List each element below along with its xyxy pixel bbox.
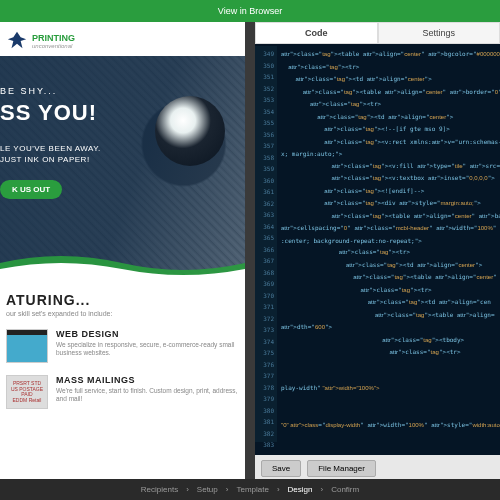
featuring-section: ATURING... our skill set's expanded to i…: [0, 276, 245, 419]
wave-divider: [0, 249, 245, 276]
logo: PRINTING unconventional: [0, 22, 245, 56]
feature-item: PRSRT STD US POSTAGE PAID EDDM Retail MA…: [6, 375, 239, 409]
logo-line1: PRINTING: [32, 34, 75, 43]
leaf-icon: [6, 30, 28, 52]
feature-item: WEB DESIGN We specialize in responsive, …: [6, 329, 239, 363]
feature-title: MASS MAILINGS: [56, 375, 239, 385]
view-in-browser-link[interactable]: View in Browser: [0, 0, 500, 22]
featuring-tagline: our skill set's expanded to include:: [6, 310, 239, 317]
featuring-heading: ATURING...: [6, 292, 239, 308]
hero-shy: BE SHY...: [0, 86, 245, 96]
tabs: Code Settings: [255, 22, 500, 44]
bottom-toolbar: Save File Manager: [255, 455, 500, 482]
cta-button[interactable]: K US OUT: [0, 180, 62, 199]
email-preview: PRINTING unconventional BE SHY... SS YOU…: [0, 22, 245, 482]
main-area: PRINTING unconventional BE SHY... SS YOU…: [0, 22, 500, 482]
breadcrumb-step[interactable]: Setup: [197, 485, 218, 494]
tab-code[interactable]: Code: [255, 22, 378, 44]
breadcrumb-step[interactable]: Design: [288, 485, 313, 494]
save-button[interactable]: Save: [261, 460, 301, 477]
logo-line2: unconventional: [32, 43, 75, 49]
feature-desc: We specialize in responsive, secure, e-c…: [56, 341, 239, 358]
thumb-mail: PRSRT STD US POSTAGE PAID EDDM Retail: [6, 375, 48, 409]
feature-title: WEB DESIGN: [56, 329, 239, 339]
hero-sub1: LE YOU'VE BEEN AWAY.: [0, 144, 245, 153]
breadcrumb: Recipients›Setup›Template›Design›Confirm: [0, 479, 500, 500]
breadcrumb-step[interactable]: Confirm: [331, 485, 359, 494]
code-panel: Code Settings 349 350 351 352 353 354 35…: [255, 22, 500, 482]
breadcrumb-step[interactable]: Recipients: [141, 485, 178, 494]
hero-sub2: JUST INK ON PAPER!: [0, 155, 245, 164]
breadcrumb-step[interactable]: Template: [236, 485, 268, 494]
code-editor[interactable]: attr">class="tag"><table attr">align="ce…: [277, 46, 500, 442]
thumb-web: [6, 329, 48, 363]
tab-settings[interactable]: Settings: [378, 22, 501, 44]
hero-headline: SS YOU!: [0, 100, 245, 126]
file-manager-button[interactable]: File Manager: [307, 460, 376, 477]
line-gutter: 349 350 351 352 353 354 355 356 357 358 …: [255, 46, 277, 442]
hero: BE SHY... SS YOU! LE YOU'VE BEEN AWAY. J…: [0, 56, 245, 276]
feature-desc: We're full service, start to finish. Cus…: [56, 387, 239, 404]
